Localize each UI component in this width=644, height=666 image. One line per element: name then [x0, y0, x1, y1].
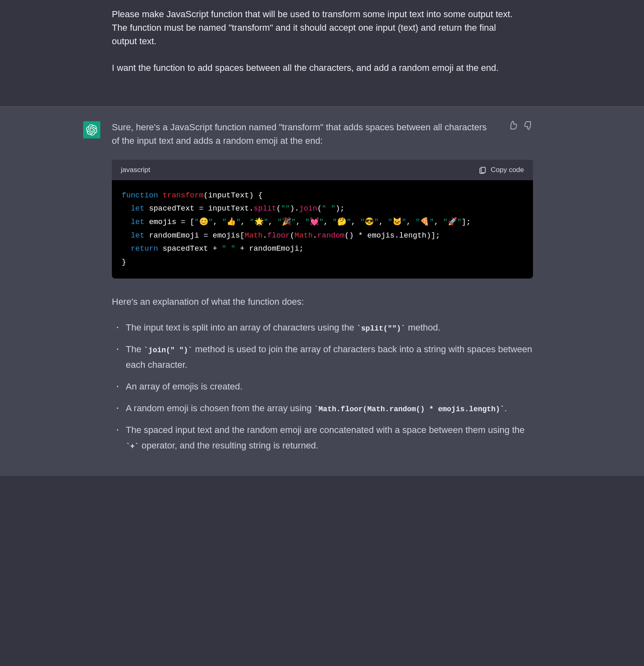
list-item: The `join(" ")` method is used to join t…	[118, 342, 533, 373]
svg-rect-0	[481, 167, 485, 172]
code-block: javascript Copy code function transform(…	[112, 160, 533, 279]
feedback-buttons	[508, 120, 534, 131]
list-item: A random emoji is chosen from the array …	[118, 401, 533, 417]
user-paragraph-1: Please make JavaScript function that wil…	[112, 7, 517, 48]
code-content: function transform(inputText) { let spac…	[112, 180, 533, 279]
assistant-intro-text: Sure, here's a JavaScript function named…	[112, 120, 533, 147]
explanation-intro: Here's an explanation of what the functi…	[112, 295, 533, 308]
thumbs-up-icon	[508, 120, 518, 130]
thumbs-down-icon	[524, 120, 533, 130]
assistant-message-section: Sure, here's a JavaScript function named…	[0, 106, 644, 476]
code-header: javascript Copy code	[112, 160, 533, 180]
user-message-text: Please make JavaScript function that wil…	[111, 7, 533, 75]
thumbs-up-button[interactable]	[508, 120, 519, 131]
list-item: An array of emojis is created.	[118, 379, 533, 395]
copy-code-button[interactable]: Copy code	[478, 165, 524, 175]
code-language-label: javascript	[121, 165, 150, 175]
thumbs-down-button[interactable]	[524, 120, 534, 131]
copy-code-label: Copy code	[491, 165, 524, 175]
user-message-section: Please make JavaScript function that wil…	[0, 0, 644, 106]
list-item: The spaced input text and the random emo…	[118, 422, 533, 454]
list-item: The input text is split into an array of…	[118, 320, 533, 336]
assistant-avatar	[83, 121, 100, 138]
clipboard-icon	[478, 166, 487, 174]
explanation-list: The input text is split into an array of…	[112, 320, 533, 454]
user-paragraph-2: I want the function to add spaces betwee…	[112, 61, 517, 75]
openai-logo-icon	[86, 124, 98, 136]
